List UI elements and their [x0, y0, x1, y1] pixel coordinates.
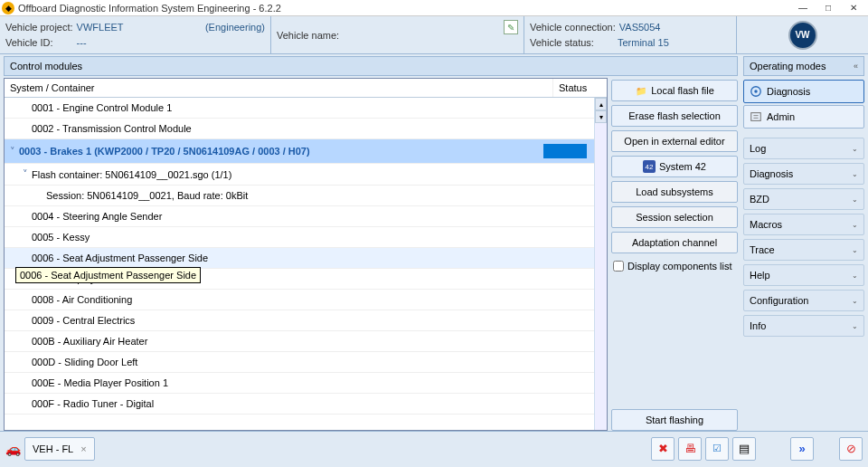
start-flashing-button[interactable]: Start flashing	[611, 409, 738, 431]
row-label: Session: 5N0614109__0021, Baud rate: 0kB…	[46, 190, 589, 201]
tree-row[interactable]: 0006 - Seat Adjustment Passenger Side	[5, 248, 594, 269]
action-buttons: 📁Local flash file Erase flash selection …	[611, 78, 738, 431]
panel-macros[interactable]: Macros⌄	[743, 214, 864, 235]
right-panel: Operating modes« Diagnosis Admin Log⌄Dia…	[741, 54, 868, 431]
scroll-down-icon[interactable]: ▾	[595, 110, 607, 123]
close-button[interactable]: ✕	[841, 1, 866, 15]
minimize-button[interactable]: —	[790, 1, 816, 15]
row-label: Flash container: 5N0614109__0021.sgo (1/…	[32, 169, 589, 180]
vw-logo-icon: VW	[788, 21, 817, 50]
tree-row[interactable]: 000B - Auxiliary Air Heater	[5, 331, 594, 352]
load-subsystems-button[interactable]: Load subsystems	[611, 181, 738, 203]
panel-bzd[interactable]: BZD⌄	[743, 188, 864, 210]
operating-modes-header[interactable]: Operating modes«	[743, 56, 864, 76]
scrollbar[interactable]: ▴ ▾	[594, 98, 607, 430]
panel-log[interactable]: Log⌄	[743, 138, 864, 159]
tree-row[interactable]: 0002 - Transmission Control Module	[5, 119, 594, 139]
panel-label: Log	[750, 143, 766, 154]
tree-row[interactable]: 0005 - Kessy	[5, 227, 594, 248]
checkbox-input[interactable]	[613, 261, 624, 272]
panel-label: BZD	[750, 194, 769, 205]
diagnosis-mode-button[interactable]: Diagnosis	[743, 80, 864, 103]
tree-body[interactable]: 0001 - Engine Control Module 10002 - Tra…	[5, 98, 594, 430]
panel-label: Diagnosis	[750, 168, 793, 179]
system42-button[interactable]: 42System 42	[611, 156, 738, 177]
svg-rect-2	[751, 113, 761, 121]
vehicle-info-bar: Vehicle project: VWFLEET (Engineering) V…	[0, 16, 868, 54]
row-label: 0006 - Seat Adjustment Passenger Side	[32, 253, 589, 263]
expand-icon[interactable]: ˅	[23, 168, 32, 180]
panel-info[interactable]: Info⌄	[743, 315, 864, 337]
edit-icon[interactable]: ✎	[504, 20, 518, 34]
row-label: 0008 - Air Conditioning	[32, 294, 589, 305]
data-button[interactable]: ▤	[732, 437, 756, 461]
admin-mode-button[interactable]: Admin	[743, 105, 864, 129]
row-label: 000D - Sliding Door Left	[32, 357, 589, 367]
tree-row[interactable]: ˅0003 - Brakes 1 (KWP2000 / TP20 / 5N061…	[5, 139, 594, 164]
project-mode: (Engineering)	[205, 22, 265, 33]
tree-row[interactable]: 000F - Radio Tuner - Digital	[5, 394, 594, 415]
car-icon[interactable]: 🚗	[5, 442, 21, 456]
tree-row[interactable]: 000D - Sliding Door Left	[5, 352, 594, 373]
module-tree: System / Container Status 0001 - Engine …	[4, 78, 608, 431]
folder-icon: 📁	[635, 84, 647, 97]
chevron-down-icon: ⌄	[852, 272, 858, 280]
panel-help[interactable]: Help⌄	[743, 264, 864, 286]
row-label: 0009 - Central Electrics	[32, 315, 589, 326]
panel-label: Macros	[750, 219, 782, 230]
row-label: 000B - Auxiliary Air Heater	[32, 336, 589, 347]
vehicle-id-label: Vehicle ID:	[5, 37, 53, 48]
erase-flash-button[interactable]: Erase flash selection	[611, 105, 738, 127]
vehicle-status-button[interactable]: VEH - FL×	[24, 437, 95, 461]
tree-row[interactable]: 000E - Media Player Position 1	[5, 373, 594, 394]
close-tab-icon[interactable]: ×	[80, 443, 86, 454]
vehicle-name-label: Vehicle name:	[277, 30, 339, 41]
tree-row[interactable]: 0004 - Steering Angle Sender	[5, 206, 594, 227]
connection-label: Vehicle connection:	[530, 22, 616, 33]
panel-label: Info	[750, 320, 766, 331]
project-label: Vehicle project:	[5, 22, 73, 33]
chevron-down-icon: ⌄	[852, 221, 858, 229]
row-label: 0004 - Steering Angle Sender	[32, 211, 589, 222]
panel-configuration[interactable]: Configuration⌄	[743, 290, 864, 311]
vehicle-id-value: ---	[77, 37, 87, 48]
col-status[interactable]: Status	[552, 79, 607, 97]
open-editor-button[interactable]: Open in external editor	[611, 130, 738, 152]
row-label: 000E - Media Player Position 1	[32, 377, 589, 388]
tree-row[interactable]: ˅Flash container: 5N0614109__0021.sgo (1…	[5, 164, 594, 186]
expand-icon[interactable]: ˅	[10, 146, 19, 157]
chevron-down-icon: ⌄	[852, 170, 858, 178]
delete-button[interactable]: ✖	[651, 437, 675, 461]
display-components-checkbox[interactable]: Display components list	[611, 257, 738, 275]
print-button[interactable]: 🖶	[678, 437, 702, 461]
tree-row[interactable]: 0009 - Central Electrics	[5, 310, 594, 331]
tree-row[interactable]: 0001 - Engine Control Module 1	[5, 98, 594, 119]
status-label: Vehicle status:	[530, 37, 594, 48]
control-modules-header[interactable]: Control modules	[4, 56, 738, 76]
panel-label: Trace	[750, 244, 775, 255]
status-bar	[543, 144, 587, 158]
sys42-icon: 42	[643, 160, 656, 173]
panel-trace[interactable]: Trace⌄	[743, 239, 864, 261]
session-selection-button[interactable]: Session selection	[611, 206, 738, 228]
chevron-down-icon: ⌄	[852, 246, 858, 254]
connection-value: VAS5054	[619, 22, 661, 33]
diagnosis-icon	[750, 85, 762, 98]
panel-label: Configuration	[750, 295, 808, 306]
tree-row[interactable]: Session: 5N0614109__0021, Baud rate: 0kB…	[5, 186, 594, 206]
tree-row[interactable]: 0008 - Air Conditioning	[5, 290, 594, 310]
chevron-down-icon: ⌄	[852, 322, 858, 330]
window-title: Offboard Diagnostic Information System E…	[18, 3, 790, 14]
col-system[interactable]: System / Container	[5, 79, 552, 97]
panel-diagnosis[interactable]: Diagnosis⌄	[743, 163, 864, 185]
logo-cell: VW	[737, 16, 868, 53]
checklist-button[interactable]: ☑	[705, 437, 729, 461]
forward-button[interactable]: »	[790, 437, 814, 461]
info-name-cell: Vehicle name: ✎	[271, 16, 524, 53]
cancel-button[interactable]: ⊘	[839, 437, 863, 461]
svg-rect-4	[753, 118, 758, 119]
local-flash-button[interactable]: 📁Local flash file	[611, 80, 738, 101]
maximize-button[interactable]: □	[816, 1, 841, 15]
adaptation-channel-button[interactable]: Adaptation channel	[611, 232, 738, 253]
scroll-up-icon[interactable]: ▴	[595, 98, 607, 110]
